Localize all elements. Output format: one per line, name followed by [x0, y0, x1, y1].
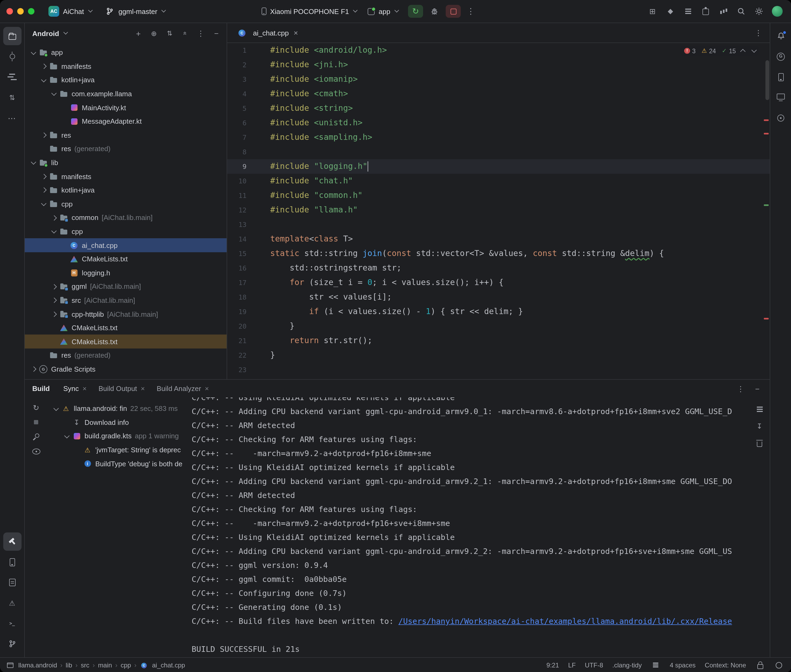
- project-selector[interactable]: AC AiChat: [44, 3, 96, 19]
- project-tree-item[interactable]: app: [25, 46, 226, 59]
- project-tree-item[interactable]: com.example.llama: [25, 87, 226, 101]
- titlebar-search-button[interactable]: [736, 6, 746, 16]
- vcs-branch-selector[interactable]: ggml-master: [101, 3, 170, 19]
- project-tree-item[interactable]: MessageAdapter.kt: [25, 115, 226, 128]
- scroll-end-icon[interactable]: ↧: [755, 421, 764, 431]
- editor-tab[interactable]: ai_chat.cpp ×: [231, 23, 303, 43]
- close-icon[interactable]: ×: [205, 384, 209, 393]
- project-tree-item[interactable]: CMakeLists.txt: [25, 252, 226, 266]
- code-line[interactable]: 20 }: [227, 319, 770, 333]
- more-icon[interactable]: ⋮: [196, 29, 205, 38]
- code-line[interactable]: 8: [227, 145, 770, 159]
- pin-icon[interactable]: [31, 432, 41, 442]
- code-line[interactable]: 13: [227, 217, 770, 232]
- titlebar-gemini-button[interactable]: [665, 6, 675, 16]
- code-line[interactable]: 18 str << values[i];: [227, 290, 770, 304]
- build-tab-sync[interactable]: Sync×: [57, 380, 93, 397]
- debug-button[interactable]: [427, 5, 442, 18]
- minimize-window-button[interactable]: [17, 8, 24, 14]
- preview-icon[interactable]: [31, 446, 41, 456]
- more-icon[interactable]: ⋮: [754, 28, 763, 38]
- rightbar-app-inspection-button[interactable]: [772, 109, 790, 127]
- status-run-context[interactable]: Context: None: [705, 661, 746, 669]
- breadcrumb-item[interactable]: src: [81, 661, 89, 669]
- titlebar-plugins-button[interactable]: [701, 6, 711, 16]
- code-line[interactable]: 3#include <iomanip>: [227, 72, 770, 86]
- project-tree-item[interactable]: cpp: [25, 197, 226, 211]
- build-tree-item[interactable]: ↧Download info: [47, 416, 192, 429]
- zoom-window-button[interactable]: [28, 8, 34, 14]
- activity-structure-button[interactable]: [3, 68, 21, 86]
- code-line[interactable]: 23: [227, 363, 770, 377]
- project-tree-item[interactable]: CMakeLists.txt: [25, 321, 226, 335]
- hide-icon[interactable]: −: [752, 384, 762, 394]
- breadcrumb-item[interactable]: lib: [66, 661, 72, 669]
- project-tree-item[interactable]: kotlin+java: [25, 73, 226, 87]
- activity-build-button[interactable]: [3, 533, 21, 551]
- prev-problem-button[interactable]: [740, 49, 746, 54]
- activity-project-button[interactable]: [3, 27, 21, 45]
- console-link[interactable]: /Users/hanyin/Workspace/ai-chat/examples…: [398, 617, 732, 626]
- code-line[interactable]: 16 std::ostringstream str;: [227, 261, 770, 275]
- project-tree-item[interactable]: res: [25, 128, 226, 142]
- project-tree-item[interactable]: common[AiChat.lib.main]: [25, 211, 226, 224]
- close-window-button[interactable]: [6, 8, 13, 14]
- hide-icon[interactable]: −: [212, 29, 221, 38]
- build-tree-item[interactable]: ⚠llama.android: fin22 sec, 583 ms: [47, 402, 192, 416]
- activity-logcat-button[interactable]: [3, 573, 21, 592]
- breadcrumb-item[interactable]: cpp: [120, 661, 131, 669]
- activity-version-control-button[interactable]: [3, 635, 21, 653]
- device-selector[interactable]: Xiaomi POCOPHONE F1: [257, 3, 361, 19]
- project-tree-item[interactable]: logging.h: [25, 266, 226, 280]
- project-tree-item[interactable]: CMakeLists.txt: [25, 335, 226, 349]
- project-tree-item[interactable]: src[AiChat.lib.main]: [25, 293, 226, 307]
- status-clang-tidy[interactable]: .clang-tidy: [612, 661, 642, 669]
- project-view-selector[interactable]: Android: [32, 29, 67, 37]
- build-tab-build-output[interactable]: Build Output×: [93, 380, 151, 397]
- status-inspection-level[interactable]: [774, 660, 784, 670]
- titlebar-settings-button[interactable]: [754, 6, 764, 16]
- collapse-icon[interactable]: «: [180, 29, 190, 38]
- project-tree-item[interactable]: res(generated): [25, 142, 226, 156]
- code-line[interactable]: 11#include "common.h": [227, 188, 770, 203]
- code-editor[interactable]: 1#include <android/log.h>2#include <jni.…: [227, 43, 770, 379]
- rerun-button[interactable]: ↻: [408, 5, 423, 18]
- stop-button[interactable]: [446, 5, 461, 18]
- build-tree-item[interactable]: BuildType 'debug' is both de: [47, 457, 192, 470]
- add-icon[interactable]: +: [133, 29, 143, 38]
- titlebar-todo-button[interactable]: [683, 6, 693, 16]
- build-tree-item[interactable]: ⚠'jvmTarget: String' is deprec: [47, 443, 192, 457]
- activity-problems-button[interactable]: ⚠: [3, 594, 21, 612]
- build-tab-build-analyzer[interactable]: Build Analyzer×: [151, 380, 215, 397]
- project-tree-item[interactable]: ai_chat.cpp: [25, 238, 226, 252]
- breadcrumb-item[interactable]: llama.android: [18, 661, 57, 669]
- project-tree-item[interactable]: MainActivity.kt: [25, 101, 226, 115]
- more-run-actions-button[interactable]: ⋮: [465, 6, 477, 16]
- close-tab-icon[interactable]: ×: [294, 29, 298, 37]
- close-icon[interactable]: ×: [83, 384, 87, 393]
- status-file-encoding[interactable]: UTF-8: [585, 661, 603, 669]
- project-tree-item[interactable]: manifests: [25, 170, 226, 183]
- activity-terminal-button[interactable]: >_: [3, 614, 21, 632]
- close-icon[interactable]: ×: [141, 384, 145, 393]
- activity-device-explorer-button[interactable]: [3, 553, 21, 571]
- titlebar-profiler-button[interactable]: [719, 6, 728, 16]
- activity-vcs-update-button[interactable]: ⇅: [3, 88, 21, 107]
- code-line[interactable]: 17 for (size_t i = 0; i < values.size();…: [227, 275, 770, 290]
- more-icon[interactable]: ⋮: [736, 384, 746, 394]
- status-caret-position[interactable]: 9:21: [546, 661, 559, 669]
- code-line[interactable]: 7#include <sampling.h>: [227, 130, 770, 145]
- next-problem-button[interactable]: [751, 47, 757, 53]
- breadcrumb-item[interactable]: main: [98, 661, 112, 669]
- status-formatter[interactable]: [651, 660, 661, 670]
- project-tree-item[interactable]: cpp-httplib[AiChat.lib.main]: [25, 307, 226, 321]
- code-line[interactable]: 2#include <jni.h>: [227, 58, 770, 72]
- project-tree-item[interactable]: kotlin+java: [25, 183, 226, 197]
- project-tree-item[interactable]: Gradle Scripts: [25, 362, 226, 376]
- code-line[interactable]: 19 if (i < values.size() - 1) { str << d…: [227, 304, 770, 319]
- code-line[interactable]: 9#include "logging.h": [227, 159, 770, 174]
- project-tree-item[interactable]: manifests: [25, 59, 226, 73]
- breadcrumb-item[interactable]: ai_chat.cpp: [152, 661, 185, 669]
- build-console[interactable]: C/C++: -- Using KleidiAI optimized kerne…: [192, 397, 749, 657]
- build-tree-item[interactable]: build.gradle.ktsapp 1 warning: [47, 429, 192, 443]
